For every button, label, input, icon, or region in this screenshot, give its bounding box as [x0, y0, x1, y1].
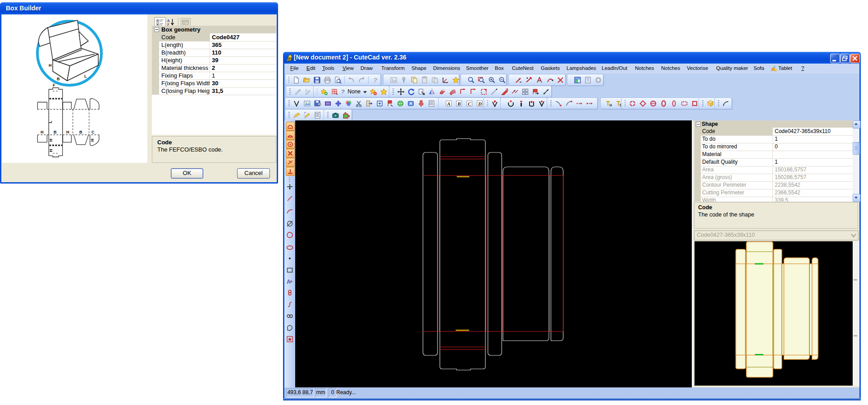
svg-text:L: L: [84, 74, 87, 78]
svg-text:a: a: [290, 279, 292, 283]
svg-text:C: C: [468, 101, 471, 106]
svg-text:H: H: [49, 139, 53, 142]
svg-text:H: H: [41, 130, 44, 134]
svg-text:C: C: [91, 130, 95, 134]
svg-text:D: D: [478, 101, 482, 106]
svg-text:B: B: [79, 130, 82, 134]
svg-text:H: H: [49, 149, 53, 152]
svg-text:F: F: [53, 83, 55, 87]
svg-text:B: B: [457, 101, 461, 106]
svg-text:A: A: [447, 101, 450, 106]
svg-text:B: B: [57, 77, 60, 81]
svg-text:H: H: [66, 130, 69, 134]
svg-text:L: L: [48, 120, 53, 123]
svg-text:H: H: [90, 139, 95, 142]
svg-text:?: ?: [373, 76, 377, 84]
svg-text:H: H: [49, 63, 52, 68]
svg-text:?: ?: [341, 88, 345, 95]
svg-text:B: B: [54, 130, 57, 134]
